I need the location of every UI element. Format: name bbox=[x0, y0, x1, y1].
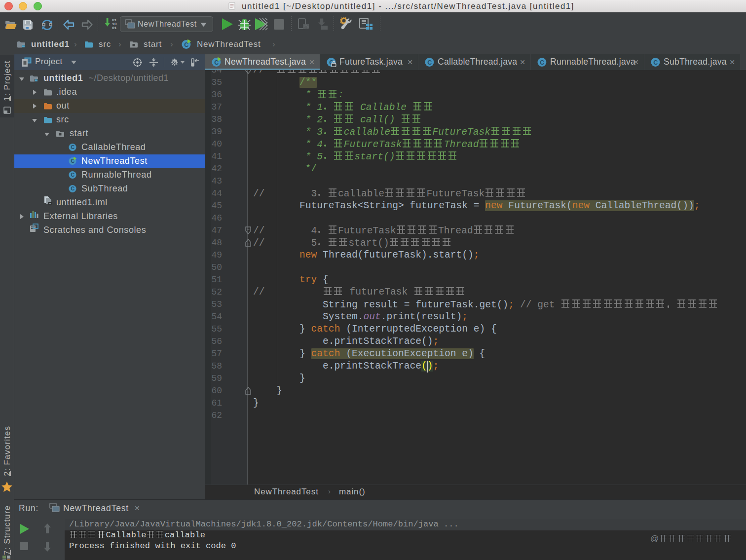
svg-text:01: 01 bbox=[112, 26, 117, 30]
svg-text:C: C bbox=[71, 144, 75, 150]
svg-text:C: C bbox=[540, 59, 544, 66]
svg-text:C: C bbox=[427, 59, 432, 66]
svg-text:C: C bbox=[71, 186, 75, 191]
svg-text:C: C bbox=[71, 172, 75, 178]
svg-text:C: C bbox=[653, 59, 658, 66]
